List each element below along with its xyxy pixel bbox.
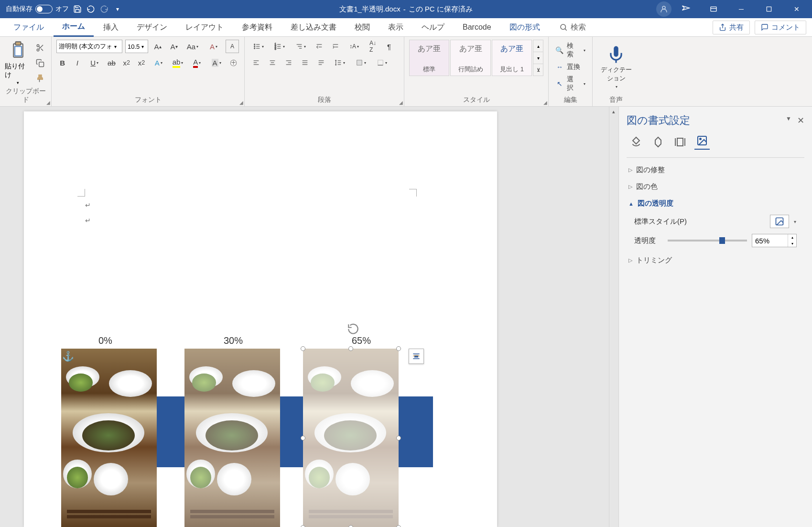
align-center-icon[interactable]	[266, 56, 279, 69]
dictate-button[interactable]: ディクテーション ▾	[597, 44, 635, 91]
clipboard-launcher-icon[interactable]: ◢	[46, 100, 50, 105]
tab-view[interactable]: 表示	[379, 19, 412, 36]
justify-icon[interactable]	[298, 56, 312, 69]
replace-button[interactable]: ↔置換	[553, 62, 587, 72]
subscript-icon[interactable]: x2	[120, 56, 132, 69]
align-left-icon[interactable]	[249, 56, 263, 69]
qat-customize-icon[interactable]: ▾	[113, 4, 122, 14]
panel-close-icon[interactable]: ✕	[797, 115, 804, 126]
section-crop[interactable]: ▷ トリミング	[627, 252, 804, 269]
paste-button[interactable]: 貼り付け ▾	[5, 40, 31, 86]
grow-font-icon[interactable]: A▴	[151, 40, 164, 53]
tab-home[interactable]: ホーム	[54, 18, 94, 37]
redo-icon[interactable]	[99, 4, 109, 14]
font-launcher-icon[interactable]: ◢	[239, 100, 243, 105]
bold-icon[interactable]: B	[56, 56, 68, 69]
selection-handle[interactable]	[396, 525, 401, 527]
share-button[interactable]: 共有	[713, 21, 750, 34]
styles-expand-icon[interactable]: ⊻	[533, 64, 543, 76]
undo-icon[interactable]	[86, 4, 96, 14]
selection-handle[interactable]	[348, 525, 353, 527]
find-button[interactable]: 🔍検索▾	[553, 41, 587, 60]
maximize-button[interactable]	[756, 0, 782, 18]
enclose-char-icon[interactable]: ㊉	[227, 56, 239, 69]
food-image-0pct[interactable]	[61, 349, 157, 527]
styles-down-icon[interactable]: ▾	[533, 52, 543, 64]
save-icon[interactable]	[73, 4, 82, 14]
section-correction[interactable]: ▷ 図の修整	[627, 162, 804, 178]
line-spacing-icon[interactable]: ▾	[331, 56, 349, 69]
minimize-button[interactable]: ─	[728, 0, 755, 18]
food-image-30pct[interactable]	[184, 349, 280, 527]
strikethrough-icon[interactable]: ab	[106, 56, 118, 69]
tab-references[interactable]: 参考資料	[233, 19, 281, 36]
style-nospacing[interactable]: あア亜 行間詰め	[450, 40, 490, 76]
text-direction-icon[interactable]: ↕A▾	[345, 40, 363, 53]
change-case-icon[interactable]: Aa▾	[184, 40, 202, 53]
selection-handle[interactable]	[301, 525, 305, 527]
format-painter-icon[interactable]	[34, 72, 46, 85]
spinner-down-icon[interactable]: ▾	[788, 241, 796, 247]
tab-layout[interactable]: レイアウト	[177, 19, 232, 36]
comment-button[interactable]: コメント	[755, 21, 806, 34]
section-color[interactable]: ▷ 図の色	[627, 178, 804, 195]
fill-line-icon[interactable]	[628, 134, 644, 150]
selection-handle[interactable]	[396, 436, 401, 440]
style-heading1[interactable]: あア亜 見出し 1	[492, 40, 532, 76]
tab-file[interactable]: ファイル	[5, 19, 53, 36]
select-button[interactable]: ↖選択▾	[553, 74, 587, 93]
selection-handle[interactable]	[348, 346, 353, 351]
layout-options-button[interactable]	[409, 349, 424, 364]
tab-picture-format[interactable]: 図の形式	[501, 19, 549, 36]
transparency-slider[interactable]	[668, 240, 747, 242]
align-right-icon[interactable]	[282, 56, 295, 69]
tab-help[interactable]: ヘルプ	[413, 19, 453, 36]
tab-barcode[interactable]: Barcode	[454, 19, 500, 35]
shading-icon[interactable]: ▾	[352, 56, 370, 69]
numbering-icon[interactable]: 123▾	[271, 40, 289, 53]
document-area[interactable]: ↵ ↵ 0% 30% 65%	[0, 107, 618, 527]
bullets-icon[interactable]: ▾	[249, 40, 268, 53]
styles-launcher-icon[interactable]: ◢	[543, 100, 547, 105]
superscript-icon[interactable]: x2	[135, 56, 147, 69]
account-icon[interactable]	[656, 1, 671, 17]
font-size-combo[interactable]: 10.5▾	[125, 40, 148, 53]
clear-formatting-icon[interactable]: A	[226, 40, 239, 53]
underline-icon[interactable]: U▾	[87, 56, 103, 69]
sort-icon[interactable]: A↓Z	[366, 40, 379, 53]
font-name-combo[interactable]: 游明朝 (本文のフォ▾	[56, 40, 122, 53]
cut-icon[interactable]	[34, 42, 46, 54]
tab-insert[interactable]: 挿入	[95, 19, 127, 36]
tab-mailings[interactable]: 差し込み文書	[282, 19, 345, 36]
tab-review[interactable]: 校閲	[346, 19, 379, 36]
scroll-up-icon[interactable]: ▴	[610, 108, 617, 115]
spinner-up-icon[interactable]: ▴	[788, 234, 796, 241]
phonetic-guide-icon[interactable]: A▾	[205, 40, 223, 53]
selection-handle[interactable]	[301, 436, 305, 440]
increase-indent-icon[interactable]	[329, 40, 342, 53]
font-color-icon[interactable]: A▾	[189, 56, 205, 69]
ribbon-display-icon[interactable]	[700, 0, 727, 18]
paragraph-launcher-icon[interactable]: ◢	[399, 100, 403, 105]
section-transparency[interactable]: ▲ 図の透明度	[627, 195, 804, 212]
close-button[interactable]: ✕	[783, 0, 810, 18]
multilevel-icon[interactable]: ▾	[292, 40, 310, 53]
style-normal[interactable]: あア亜 標準	[409, 40, 449, 76]
selection-handle[interactable]	[301, 346, 305, 351]
styles-up-icon[interactable]: ▴	[533, 40, 543, 52]
transparency-value-input[interactable]: 65% ▴ ▾	[752, 234, 797, 247]
highlight-icon[interactable]: ab▾	[170, 56, 186, 69]
shrink-font-icon[interactable]: A▾	[167, 40, 181, 53]
show-marks-icon[interactable]: ¶	[382, 40, 396, 53]
text-effects-icon[interactable]: A▾	[151, 56, 167, 69]
picture-icon[interactable]	[694, 134, 710, 150]
app-menu-icon[interactable]	[672, 0, 699, 18]
autosave-toggle[interactable]: 自動保存 オフ	[6, 5, 69, 13]
slider-thumb[interactable]	[719, 237, 725, 244]
italic-icon[interactable]: I	[71, 56, 83, 69]
decrease-indent-icon[interactable]	[313, 40, 326, 53]
effects-icon[interactable]	[650, 134, 666, 150]
tab-design[interactable]: デザイン	[128, 19, 176, 36]
food-image-65pct-selected[interactable]	[303, 349, 399, 527]
borders-icon[interactable]: ▾	[373, 56, 391, 69]
